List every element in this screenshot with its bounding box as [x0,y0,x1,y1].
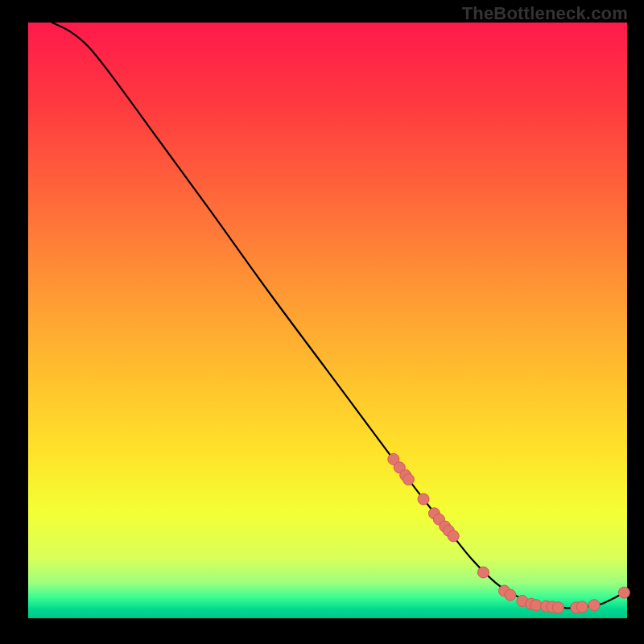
data-marker [618,587,630,598]
data-marker [402,474,414,485]
chart-container: TheBottleneck.com [0,0,644,644]
data-marker [477,567,489,578]
bottleneck-chart [0,0,644,644]
gradient-background [28,23,627,618]
data-marker [588,600,600,611]
data-marker [552,602,564,613]
data-marker [448,530,459,542]
data-marker [505,589,516,601]
data-marker [418,493,429,505]
data-marker [576,601,588,613]
watermark-label: TheBottleneck.com [462,3,628,24]
data-marker [530,600,542,611]
